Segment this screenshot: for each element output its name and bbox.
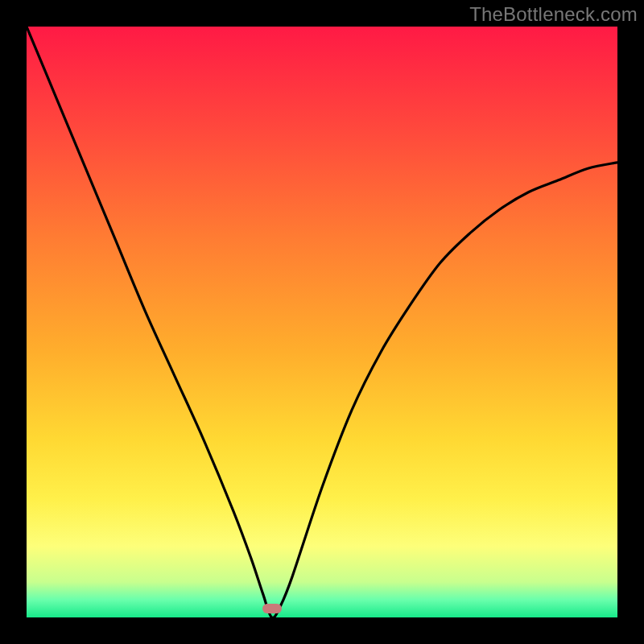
bottleneck-curve	[27, 27, 617, 617]
optimal-marker-icon	[262, 604, 282, 613]
watermark-label: TheBottleneck.com	[469, 3, 638, 26]
gradient-plot-area	[27, 27, 617, 617]
chart-frame: TheBottleneck.com	[0, 0, 644, 644]
